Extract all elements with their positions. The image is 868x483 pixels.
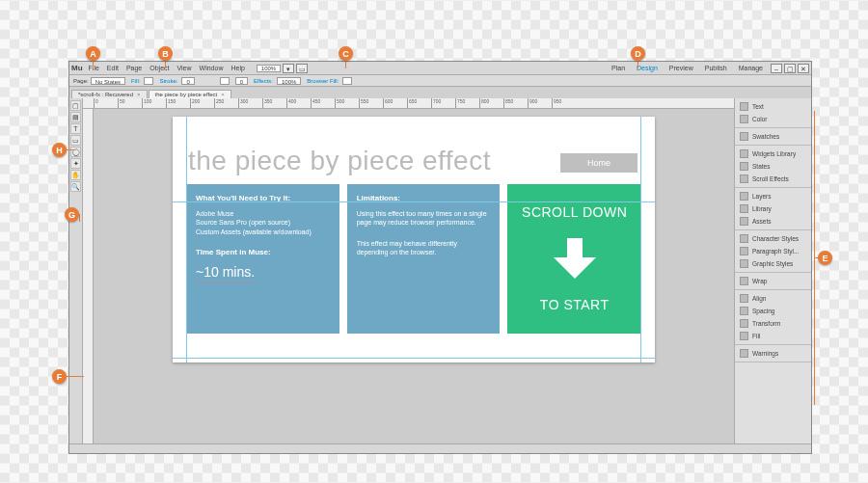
panel-paragraph-styl-[interactable]: Paragraph Styl... [735, 245, 811, 257]
callout-g: G [65, 207, 79, 222]
panel-character-styles[interactable]: Character Styles [735, 232, 811, 245]
panel-fill[interactable]: Fill [735, 330, 811, 342]
arrange-icon[interactable]: ▭ [296, 64, 308, 73]
canvas-area: 0501001502002503003504004505005506006507… [83, 98, 734, 443]
scroll-cta-card[interactable]: SCROLL DOWN TO START [507, 184, 641, 334]
panel-icon [740, 162, 748, 171]
effects-tool-icon[interactable]: ✦ [70, 158, 81, 169]
panel-states[interactable]: States [735, 160, 811, 173]
page-states-dropdown[interactable]: No States [91, 77, 125, 85]
panel-library[interactable]: Library [735, 202, 811, 215]
menu-help[interactable]: Help [231, 65, 244, 71]
window-close-icon[interactable]: ✕ [798, 64, 809, 73]
hand-tool-icon[interactable]: ✋ [70, 170, 81, 180]
menu-view[interactable]: View [177, 65, 192, 71]
document-tabs: *scroll-fx : Recovered× the piece by pie… [69, 87, 811, 98]
panel-graphic-styles[interactable]: Graphic Styles [735, 257, 811, 270]
callout-a: A [86, 46, 100, 61]
callout-e: E [818, 251, 832, 265]
panel-icon [740, 234, 748, 243]
rotation-field[interactable]: 0 [235, 77, 248, 85]
stroke-control[interactable]: Stroke: [159, 78, 177, 84]
time-value: ~10 mins. [196, 263, 255, 283]
callout-d: D [631, 46, 645, 61]
close-icon[interactable]: × [221, 92, 225, 97]
panel-icon [740, 259, 748, 268]
menu-object[interactable]: Object [149, 65, 169, 71]
window-maximize-icon[interactable]: ▢ [784, 64, 796, 73]
callout-b: B [158, 46, 173, 61]
info-card-limitations[interactable]: Limitations: Using this effect too many … [347, 184, 501, 334]
panel-swatches[interactable]: Swatches [735, 130, 811, 143]
panel-assets[interactable]: Assets [735, 215, 811, 228]
cta-text-top: SCROLL DOWN [522, 203, 627, 222]
fill-control[interactable]: Fill: [131, 78, 140, 84]
rectangle-tool-icon[interactable]: ▭ [70, 135, 81, 146]
panel-icon [740, 174, 748, 183]
horizontal-ruler: 0501001502002503003504004505005506006507… [83, 98, 734, 109]
panel-transform[interactable]: Transform [735, 317, 811, 330]
panel-align[interactable]: Align [735, 292, 811, 305]
page-label: Page: [73, 78, 89, 84]
browser-fill-swatch[interactable] [342, 77, 352, 85]
down-arrow-icon [554, 238, 596, 281]
text-tool-icon[interactable]: T [70, 123, 81, 134]
panel-icon [740, 294, 748, 303]
tab-recovered[interactable]: *scroll-fx : Recovered× [71, 90, 148, 98]
panel-text[interactable]: Text [735, 100, 811, 113]
mode-manage[interactable]: Manage [739, 65, 763, 71]
mode-design[interactable]: Design [637, 65, 658, 71]
layout-toggle-icon[interactable]: ▾ [283, 64, 294, 73]
panel-spacing[interactable]: Spacing [735, 305, 811, 317]
page[interactable]: the piece by piece effect Home What You'… [173, 117, 655, 362]
menu-page[interactable]: Page [126, 65, 142, 71]
panels-dock: TextColorSwatchesWidgets LibraryStatesSc… [734, 98, 811, 443]
mode-preview[interactable]: Preview [669, 65, 693, 71]
panel-layers[interactable]: Layers [735, 190, 811, 202]
mode-plan[interactable]: Plan [611, 65, 625, 71]
fill-swatch[interactable] [144, 77, 153, 85]
app-window: Mu File Edit Page Object View Window Hel… [68, 61, 812, 454]
info-card-requirements[interactable]: What You'll Need to Try It: Adobe Muse S… [186, 184, 339, 334]
crop-tool-icon[interactable]: ▤ [70, 112, 81, 122]
panel-scroll-effects[interactable]: Scroll Effects [735, 173, 811, 185]
mode-publish[interactable]: Publish [705, 65, 727, 71]
menu-window[interactable]: Window [200, 65, 224, 71]
selection-tool-icon[interactable]: ▢ [70, 100, 81, 111]
stroke-weight-field[interactable]: 0 [181, 77, 194, 85]
zoom-field[interactable]: 100% [257, 65, 281, 72]
panel-widgets-library[interactable]: Widgets Library [735, 148, 811, 160]
tab-piece-effect[interactable]: the piece by piece effect× [149, 90, 231, 98]
canvas[interactable]: the piece by piece effect Home What You'… [94, 109, 734, 443]
panel-icon [740, 319, 748, 328]
opacity-field[interactable]: 100% [277, 77, 301, 85]
close-icon[interactable]: × [137, 92, 141, 97]
cta-text-bottom: TO START [540, 296, 610, 314]
menu-edit[interactable]: Edit [107, 65, 119, 71]
panel-icon [740, 277, 748, 285]
panel-icon [740, 247, 748, 255]
window-minimize-icon[interactable]: – [771, 64, 782, 73]
panel-warnings[interactable]: Warnings [735, 347, 811, 360]
vertical-ruler [83, 109, 94, 443]
panel-icon [740, 332, 748, 340]
callout-h: H [52, 143, 67, 157]
workspace: ▢ ▤ T ▭ ◯ ✦ ✋ 🔍 050100150200250300350400… [69, 98, 811, 443]
horizontal-guide[interactable] [173, 201, 655, 202]
panel-icon [740, 349, 748, 358]
mode-bar: Plan Design Preview Publish Manage – ▢ ✕ [606, 64, 809, 73]
zoom-tool-icon[interactable]: 🔍 [70, 181, 81, 192]
panel-icon [740, 204, 748, 213]
panel-icon [740, 307, 748, 315]
effects-control[interactable]: Effects: [254, 78, 273, 84]
ellipse-tool-icon[interactable]: ◯ [70, 147, 81, 157]
panel-color[interactable]: Color [735, 113, 811, 125]
menu-file[interactable]: File [89, 65, 99, 71]
corner-icon[interactable] [220, 77, 230, 85]
card-heading: Limitations: [357, 194, 491, 204]
horizontal-guide[interactable] [173, 358, 655, 359]
panel-wrap[interactable]: Wrap [735, 275, 811, 287]
panel-icon [740, 115, 748, 123]
home-nav-button[interactable]: Home [560, 153, 637, 173]
browser-fill-control[interactable]: Browser Fill: [307, 78, 339, 84]
